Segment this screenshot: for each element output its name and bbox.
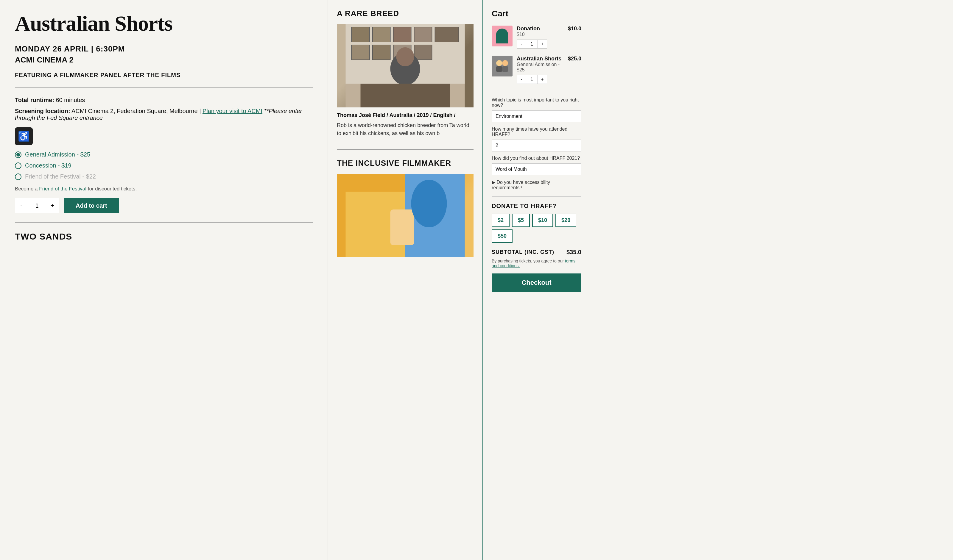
svg-rect-13 [361, 84, 450, 107]
terms-text: By purchasing tickets, you agree to our … [492, 258, 581, 268]
cart-qty-increase-ticket[interactable]: + [537, 75, 547, 84]
donate-btn-10[interactable]: $10 [532, 213, 553, 227]
subtotal-label: SUBTOTAL (INC. GST) [492, 249, 554, 255]
become-friend-text: Become a Friend of the Festival for disc… [15, 186, 313, 192]
donate-btn-5[interactable]: $5 [512, 213, 530, 227]
svg-rect-5 [414, 27, 432, 42]
svg-rect-22 [496, 66, 502, 72]
film-rare-breed: A RARE BREED [337, 9, 473, 138]
subtotal-row: SUBTOTAL (INC. GST) $35.0 [492, 249, 581, 255]
cart-item-price-ticket: $25.0 [568, 56, 581, 62]
svg-point-12 [396, 47, 414, 67]
survey-q1-input[interactable] [492, 110, 581, 122]
film-inclusive-image [337, 174, 473, 257]
svg-rect-24 [502, 66, 508, 72]
cart-items: Donation $10 - 1 + $10.0 [492, 26, 581, 84]
cart-qty-decrease-donation[interactable]: - [517, 40, 526, 48]
film-rare-breed-desc: Rob is a world-renowned chicken breeder … [337, 121, 473, 138]
radio-friend[interactable] [15, 173, 22, 180]
add-to-cart-row: - 1 + Add to cart [15, 198, 313, 213]
add-to-cart-button[interactable]: Add to cart [64, 198, 119, 213]
cart-qty-increase-donation[interactable]: + [537, 40, 547, 48]
cart-item-price-donation: $10.0 [568, 26, 581, 32]
cart-divider-2 [492, 196, 581, 197]
ticket-label-friend: Friend of the Festival - $22 [25, 173, 96, 180]
svg-point-21 [496, 60, 502, 66]
donate-title: DONATE TO HRAFF? [492, 203, 581, 209]
svg-rect-20 [492, 56, 512, 76]
cart-item-sub-donation: $10 [517, 32, 564, 37]
ticket-option-concession[interactable]: Concession - $19 [15, 162, 313, 169]
survey-q2-input[interactable] [492, 139, 581, 152]
event-location: ACMI CINEMA 2 [15, 55, 313, 65]
cart-qty-decrease-ticket[interactable]: - [517, 75, 526, 84]
qty-increase-button[interactable]: + [46, 198, 59, 213]
runtime-value: 60 minutes [56, 97, 85, 103]
screening-value: ACMI Cinema 2, Federation Square, Melbou… [71, 108, 201, 114]
runtime-label: Total runtime: [15, 97, 54, 103]
radio-general[interactable] [15, 152, 22, 158]
films-panel: A RARE BREED [327, 0, 483, 560]
cart-item-image-donation [492, 26, 512, 46]
two-sands-title: TWO SANDS [15, 232, 313, 241]
svg-point-18 [411, 180, 447, 227]
survey-q3: How did you find out about HRAFF 2021? [492, 156, 581, 161]
checkout-button[interactable]: Checkout [492, 274, 581, 292]
radio-concession[interactable] [15, 162, 22, 169]
page-title: Australian Shorts [15, 12, 313, 36]
film-rare-breed-meta: Thomas José Field / Australia / 2019 / E… [337, 112, 473, 118]
cart-item-name-ticket: Australian Shorts [517, 56, 564, 62]
cart-qty-row-ticket: - 1 + [517, 75, 564, 84]
runtime-row: Total runtime: 60 minutes [15, 97, 313, 104]
accessibility-icon: ♿ [15, 127, 33, 145]
donate-btn-2[interactable]: $2 [492, 213, 509, 227]
cart-qty-row-donation: - 1 + [517, 40, 564, 48]
svg-rect-2 [352, 27, 369, 42]
main-content: Australian Shorts MONDAY 26 APRIL | 6:30… [0, 0, 327, 560]
event-feature-note: FEATURING A FILMMAKER PANEL AFTER THE FI… [15, 72, 313, 79]
survey-q2: How many times have you attended HRAFF? [492, 127, 581, 137]
become-friend-prefix: Become a [15, 186, 38, 192]
ticket-option-friend[interactable]: Friend of the Festival - $22 [15, 173, 313, 180]
ticket-options: General Admission - $25 Concession - $19… [15, 151, 313, 180]
friend-link[interactable]: Friend of the Festival [39, 186, 86, 192]
cart-item-donation: Donation $10 - 1 + $10.0 [492, 26, 581, 48]
svg-rect-6 [435, 27, 459, 42]
svg-rect-4 [393, 27, 411, 42]
cart-item-image-ticket [492, 56, 512, 76]
cart-sidebar: Cart Donation $10 - 1 + $10.0 [483, 0, 590, 560]
ticket-label-concession: Concession - $19 [25, 162, 71, 169]
cart-item-info-donation: Donation $10 - 1 + [517, 26, 564, 48]
film-rare-breed-title: A RARE BREED [337, 9, 473, 18]
survey-q3-input[interactable] [492, 163, 581, 175]
cart-item-ticket: Australian Shorts General Admission - $2… [492, 56, 581, 84]
qty-decrease-button[interactable]: - [15, 198, 28, 213]
svg-rect-3 [373, 27, 390, 42]
subtotal-value: $35.0 [567, 249, 581, 255]
svg-rect-10 [414, 45, 432, 60]
film-inclusive-title: THE INCLUSIVE FILMMAKER [337, 159, 473, 168]
terms-prefix: By purchasing tickets, you agree to our [492, 258, 564, 263]
event-date: MONDAY 26 APRIL | 6:30PM [15, 44, 313, 54]
ticket-option-general[interactable]: General Admission - $25 [15, 151, 313, 158]
ticket-label-general: General Admission - $25 [25, 151, 90, 158]
arch-icon [496, 29, 508, 43]
accessibility-row[interactable]: ▶ Do you have accessibility requirements… [492, 179, 581, 190]
donate-buttons: $2 $5 $10 $20 $50 [492, 213, 581, 243]
donate-btn-20[interactable]: $20 [556, 213, 576, 227]
survey-section: Which topic is most important to you rig… [492, 97, 581, 190]
cart-item-sub-ticket: General Admission - $25 [517, 62, 564, 73]
become-friend-suffix: for discounted tickets. [88, 186, 137, 192]
svg-point-23 [502, 60, 508, 66]
cart-qty-display-donation: 1 [526, 40, 537, 48]
survey-q1: Which topic is most important to you rig… [492, 97, 581, 108]
qty-display: 1 [28, 198, 46, 213]
plan-visit-link[interactable]: Plan your visit to ACMI [203, 108, 262, 114]
svg-rect-17 [390, 209, 414, 245]
cart-divider-1 [492, 91, 581, 91]
cart-qty-display-ticket: 1 [526, 75, 537, 84]
divider-2 [15, 222, 313, 223]
donate-btn-50[interactable]: $50 [492, 229, 512, 243]
cart-item-name-donation: Donation [517, 26, 564, 32]
film-divider [337, 149, 473, 150]
